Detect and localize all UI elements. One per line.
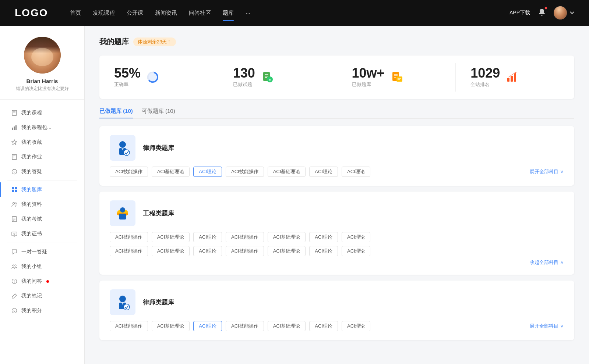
nav-links: 首页 发现课程 公开课 新闻资讯 问答社区 题库 ··· <box>70 8 509 18</box>
tag[interactable]: ACI理论 <box>309 321 338 331</box>
nav-home[interactable]: 首页 <box>70 8 81 18</box>
page-header: 我的题库 体验剩余23天！ <box>99 37 574 47</box>
nav-discover[interactable]: 发现课程 <box>93 8 115 18</box>
sidebar-label: 我的考试 <box>21 216 42 222</box>
tag[interactable]: ACI基础理论 <box>268 246 306 256</box>
tag[interactable]: ACI理论 <box>342 321 370 331</box>
tab-done-banks[interactable]: 已做题库 (10) <box>99 108 133 118</box>
tag-active[interactable]: ACI理论 <box>193 321 222 331</box>
tag[interactable]: ACI理论 <box>342 167 370 177</box>
nav-qa[interactable]: 问答社区 <box>189 8 211 18</box>
svg-rect-6 <box>15 125 17 130</box>
tag[interactable]: ACI理论 <box>309 167 338 177</box>
main-layout: Brian Harris 错误的决定比没有决定要好 我的课程 我的课程包... <box>0 26 589 364</box>
sidebar-item-exams[interactable]: 我的考试 <box>0 212 84 226</box>
svg-rect-48 <box>511 76 513 82</box>
svg-rect-13 <box>12 187 14 189</box>
sidebar-item-points[interactable]: ¥ 我的积分 <box>0 303 84 318</box>
tag-active[interactable]: ACI理论 <box>193 167 222 177</box>
user-avatar[interactable] <box>554 6 574 19</box>
stat-number: 130 <box>233 67 255 80</box>
doc-orange-icon <box>391 71 404 84</box>
svg-rect-44 <box>396 76 402 82</box>
expand-link[interactable]: 展开全部科目 ∨ <box>530 168 564 175</box>
svg-point-63 <box>124 304 130 310</box>
nav-open[interactable]: 公开课 <box>127 8 143 18</box>
chevron-down-icon <box>570 11 574 14</box>
tag[interactable]: ACI技能操作 <box>110 167 148 177</box>
tag[interactable]: ACI技能操作 <box>110 232 148 242</box>
trial-badge: 体验剩余23天！ <box>133 38 176 46</box>
nav-qbank[interactable]: 题库 <box>223 8 234 18</box>
tag[interactable]: ACI技能操作 <box>226 167 264 177</box>
tag[interactable]: ACI基础理论 <box>152 232 190 242</box>
qbank-title: 律师类题库 <box>143 298 174 307</box>
qa-notification-dot <box>46 280 49 283</box>
svg-point-51 <box>119 141 126 148</box>
sidebar-item-myqa[interactable]: ? 我的问答 <box>0 274 84 289</box>
sidebar-label: 我的问答 <box>21 278 42 285</box>
qbank-card-lawyer-2: 律师类题库 ACI技能操作 ACI基础理论 ACI理论 ACI技能操作 ACI基… <box>99 281 574 340</box>
svg-point-27 <box>13 265 14 266</box>
sidebar-item-materials[interactable]: 我的资料 <box>0 197 84 212</box>
nav-more[interactable]: ··· <box>246 8 250 18</box>
sidebar-item-packages[interactable]: 我的课程包... <box>0 120 84 135</box>
expand-link[interactable]: 展开全部科目 ∨ <box>530 323 564 329</box>
tag[interactable]: ACI理论 <box>342 232 370 242</box>
tag[interactable]: ACI技能操作 <box>110 321 148 331</box>
tag[interactable]: ACI理论 <box>342 246 370 256</box>
svg-point-18 <box>15 203 17 204</box>
tag[interactable]: ACI基础理论 <box>268 167 306 177</box>
tag[interactable]: ACI基础理论 <box>152 246 190 256</box>
tag[interactable]: ACI理论 <box>309 246 338 256</box>
tag[interactable]: ACI理论 <box>193 246 222 256</box>
profile-avatar <box>24 37 61 74</box>
sidebar-item-groups[interactable]: 我的小组 <box>0 259 84 274</box>
tag[interactable]: ACI技能操作 <box>226 321 264 331</box>
sidebar-item-notes[interactable]: 我的笔记 <box>0 289 84 303</box>
svg-text:?: ? <box>13 170 15 174</box>
lawyer-icon-wrap-2 <box>110 289 135 315</box>
tag[interactable]: ACI基础理论 <box>152 321 190 331</box>
sidebar-item-qna[interactable]: ? 我的答疑 <box>0 164 84 179</box>
tag[interactable]: ACI基础理论 <box>152 167 190 177</box>
tag[interactable]: ACI技能操作 <box>226 232 264 242</box>
sidebar-label: 我的笔记 <box>21 293 42 299</box>
sidebar-item-homework[interactable]: 我的作业 <box>0 150 84 164</box>
sidebar-item-favorites[interactable]: 我的收藏 <box>0 135 84 150</box>
stat-number: 55% <box>114 67 141 80</box>
nav-news[interactable]: 新闻资讯 <box>155 8 177 18</box>
tag[interactable]: ACI技能操作 <box>226 246 264 256</box>
stat-number: 1029 <box>470 67 500 80</box>
notification-bell[interactable] <box>537 8 546 18</box>
tags-container: ACI技能操作 ACI基础理论 ACI理论 ACI技能操作 ACI基础理论 AC… <box>110 167 564 177</box>
profile-section: Brian Harris 错误的决定比没有决定要好 <box>0 37 84 100</box>
tag[interactable]: ACI技能操作 <box>110 246 148 256</box>
sidebar: Brian Harris 错误的决定比没有决定要好 我的课程 我的课程包... <box>0 26 85 364</box>
svg-rect-14 <box>15 187 17 189</box>
tags-row-2: ACI技能操作 ACI基础理论 ACI理论 ACI技能操作 ACI基础理论 AC… <box>110 246 564 256</box>
qbank-card-header: 律师类题库 <box>110 135 564 161</box>
cert-icon <box>11 231 18 237</box>
qbank-card-lawyer-1: 律师类题库 ACI技能操作 ACI基础理论 ACI理论 ACI技能操作 ACI基… <box>99 126 574 186</box>
bell-badge <box>544 7 547 10</box>
svg-marker-7 <box>12 140 17 145</box>
collapse-link[interactable]: 收起全部科目 ∧ <box>110 259 564 266</box>
app-download-link[interactable]: APP下载 <box>509 10 530 16</box>
tag[interactable]: ACI基础理论 <box>268 232 306 242</box>
qbank-card-header: 工程类题库 <box>110 200 564 226</box>
sidebar-item-certs[interactable]: 我的证书 <box>0 226 84 241</box>
tag[interactable]: ACI基础理论 <box>268 321 306 331</box>
svg-rect-15 <box>12 190 14 192</box>
sidebar-item-1on1[interactable]: 一对一答疑 <box>0 245 84 259</box>
tab-available-banks[interactable]: 可做题库 (10) <box>142 108 175 118</box>
page-title: 我的题库 <box>99 37 129 47</box>
sidebar-item-courses[interactable]: 我的课程 <box>0 106 84 120</box>
sidebar-label: 我的课程包... <box>21 124 52 131</box>
qbank-title: 律师类题库 <box>143 144 174 152</box>
svg-point-58 <box>120 207 125 213</box>
sidebar-item-qbank[interactable]: 我的题库 <box>0 182 84 197</box>
tag[interactable]: ACI理论 <box>193 232 222 242</box>
sidebar-label: 我的题库 <box>21 186 42 193</box>
tag[interactable]: ACI理论 <box>309 232 338 242</box>
